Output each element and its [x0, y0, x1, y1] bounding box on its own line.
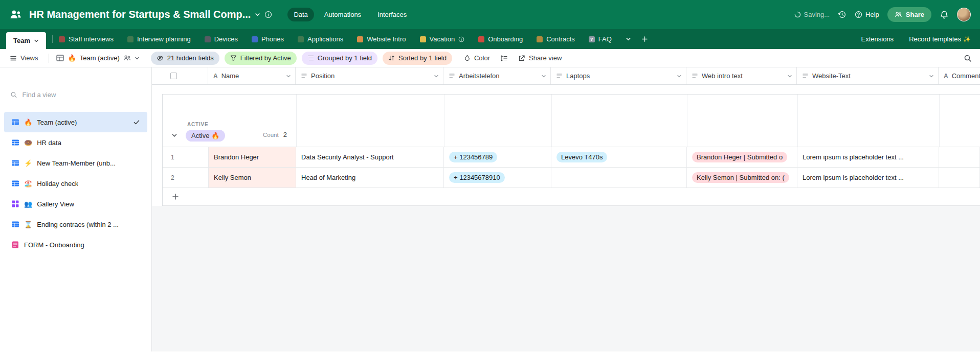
cell-arbeitstelefon[interactable]: + 123456789: [444, 147, 551, 167]
cell-comments[interactable]: [939, 147, 980, 167]
views-button[interactable]: Views: [6, 52, 41, 64]
cell-laptops[interactable]: Levevo T470s: [551, 147, 687, 167]
tab-contracts[interactable]: Contracts: [537, 35, 575, 43]
sidebar-item-form-onboarding[interactable]: FORM - Onboarding: [4, 234, 147, 255]
cell-web-intro-text[interactable]: Kelly Semon | Submitted on: (: [687, 168, 797, 187]
tab-list-chevron-icon[interactable]: [626, 36, 631, 42]
chevron-down-icon[interactable]: [434, 74, 439, 79]
view-emoji: ⚡: [24, 159, 32, 167]
view-emoji: 🔥: [24, 119, 32, 126]
column-header-comments[interactable]: A Comments: [939, 67, 980, 84]
group-button[interactable]: Grouped by 1 field: [302, 52, 377, 65]
record-templates-button[interactable]: Record templates✨: [909, 35, 971, 43]
tab-devices[interactable]: Devices: [205, 35, 238, 43]
web-intro-chip: Kelly Semon | Submitted on: (: [692, 172, 789, 183]
share-view-button[interactable]: Share view: [515, 52, 565, 64]
base-nav: Data Automations Interfaces: [287, 8, 413, 21]
top-bar: HR Management for Startups & Small Comp.…: [0, 0, 980, 29]
tab-phones[interactable]: Phones: [252, 35, 284, 43]
chevron-down-icon[interactable]: [787, 74, 792, 79]
text-field-icon: A: [944, 73, 948, 80]
chevron-down-icon[interactable]: [541, 74, 546, 79]
sidebar-item-holiday-check[interactable]: 🏖️ Holiday check: [4, 173, 147, 194]
field-type-icon: [556, 73, 563, 79]
cell-web-intro-text[interactable]: Brandon Heger | Submitted o: [687, 147, 797, 167]
table-row[interactable]: 2 Kelly Semon Head of Marketing + 123456…: [163, 168, 980, 188]
hidden-fields-button[interactable]: 21 hidden fields: [151, 52, 219, 65]
row-number[interactable]: 1: [163, 147, 209, 167]
sidebar-item-gallery-view[interactable]: 👥 Gallery View: [4, 194, 147, 214]
cell-arbeitstelefon[interactable]: + 12345678910: [444, 168, 551, 187]
cell-laptops[interactable]: [551, 168, 687, 187]
cell-website-text[interactable]: Lorem ipsum is placeholder text ...: [797, 147, 939, 167]
nav-tab-data[interactable]: Data: [287, 8, 314, 21]
chevron-down-icon[interactable]: [677, 74, 682, 79]
info-icon[interactable]: [264, 11, 272, 18]
table-icon: [127, 36, 133, 42]
add-table-plus-icon[interactable]: [641, 36, 648, 42]
tab-faq[interactable]: ? FAQ: [589, 35, 612, 43]
grid-view: A Name Position Arbeitstelefon Laptops: [152, 67, 980, 351]
history-icon[interactable]: [838, 10, 847, 19]
base-title: HR Management for Startups & Small Comp.…: [29, 9, 251, 20]
notifications-bell-icon[interactable]: [940, 10, 949, 19]
tab-interview-planning[interactable]: Interview planning: [127, 35, 191, 43]
search-icon: [10, 91, 17, 99]
table-row[interactable]: 1 Brandon Heger Data Security Analyst - …: [163, 147, 980, 168]
field-type-icon: [802, 73, 809, 79]
sidebar-item-ending-contracts[interactable]: ⌛ Ending contracs (within 2 ...: [4, 214, 147, 234]
cell-website-text[interactable]: Lorem ipsum is placeholder text ...: [797, 168, 939, 187]
group-value-badge[interactable]: Active 🔥: [186, 130, 225, 142]
tab-staff-interviews[interactable]: Staff interviews: [59, 35, 114, 43]
cell-position[interactable]: Head of Marketing: [296, 168, 444, 187]
nav-tab-interfaces[interactable]: Interfaces: [371, 8, 413, 21]
filter-funnel-icon: [230, 55, 237, 61]
tab-applications[interactable]: Applications: [298, 35, 343, 43]
cell-position[interactable]: Data Security Analyst - Support: [296, 147, 444, 167]
chevron-down-icon[interactable]: [286, 74, 291, 79]
sidebar-item-team-active[interactable]: 🔥 Team (active): [4, 112, 147, 132]
tab-website-intro[interactable]: Website Intro: [357, 35, 406, 43]
phone-chip: + 12345678910: [449, 172, 505, 183]
column-header-website-text[interactable]: Website-Text: [797, 67, 939, 84]
column-header-laptops[interactable]: Laptops: [551, 67, 686, 84]
sort-button[interactable]: Sorted by 1 field: [383, 52, 452, 65]
group-count: Count 2: [263, 131, 287, 138]
filter-button[interactable]: Filtered by Active: [225, 52, 297, 65]
spinner-icon: [794, 11, 801, 18]
tab-onboarding[interactable]: Onboarding: [478, 35, 523, 43]
web-intro-chip: Brandon Heger | Submitted o: [692, 152, 787, 162]
color-button[interactable]: Color: [460, 52, 494, 64]
search-icon[interactable]: [962, 52, 974, 64]
collapse-group-chevron-icon[interactable]: [171, 132, 177, 138]
find-view-input[interactable]: [23, 91, 141, 99]
tab-vacation[interactable]: Vacation: [420, 35, 465, 43]
column-header-name[interactable]: A Name: [208, 67, 296, 84]
column-header-position[interactable]: Position: [296, 67, 443, 84]
column-header-web-intro-text[interactable]: Web intro text: [686, 67, 797, 84]
row-number[interactable]: 2: [163, 168, 209, 187]
row-height-button[interactable]: [497, 53, 511, 64]
cell-name[interactable]: Brandon Heger: [209, 147, 296, 167]
sidebar-item-new-team-member[interactable]: ⚡ New Team-Member (unb...: [4, 153, 147, 173]
share-button[interactable]: Share: [887, 7, 931, 22]
cell-name[interactable]: Kelly Semon: [209, 168, 296, 187]
cell-comments[interactable]: [939, 168, 980, 187]
text-field-icon: A: [213, 73, 218, 80]
sparkle-icon: ✨: [963, 36, 971, 43]
nav-tab-automations[interactable]: Automations: [318, 8, 367, 21]
sidebar-item-hr-data[interactable]: 🍩 HR data: [4, 132, 147, 153]
table-icon: [252, 36, 258, 42]
chevron-down-icon[interactable]: [255, 12, 260, 17]
add-row-button[interactable]: [163, 188, 980, 206]
table-icon: [59, 36, 65, 42]
chevron-down-icon[interactable]: [929, 74, 934, 79]
select-all-checkbox[interactable]: [170, 73, 177, 79]
column-header-arbeitstelefon[interactable]: Arbeitstelefon: [443, 67, 551, 84]
view-switcher[interactable]: 🔥 Team (active): [56, 54, 139, 62]
user-avatar[interactable]: [957, 8, 971, 21]
extensions-button[interactable]: Extensions: [861, 35, 894, 43]
divider: [49, 54, 49, 63]
help-button[interactable]: Help: [855, 11, 879, 18]
tab-team[interactable]: Team: [6, 32, 46, 49]
